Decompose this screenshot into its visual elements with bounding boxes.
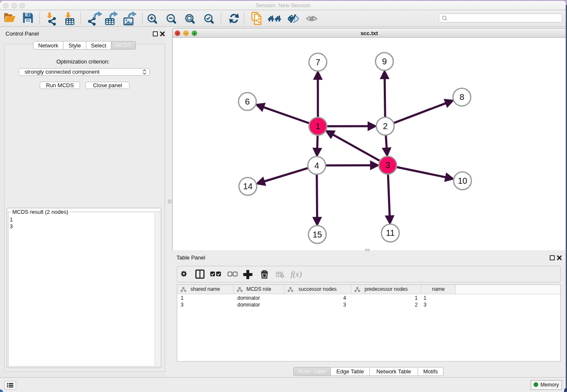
svg-text:f(x): f(x): [291, 270, 302, 279]
svg-text:8: 8: [460, 92, 464, 102]
svg-text:14: 14: [243, 182, 253, 191]
svg-text:11: 11: [386, 228, 395, 237]
svg-text:6: 6: [245, 97, 250, 106]
svg-text:1: 1: [316, 121, 320, 131]
svg-text:4: 4: [314, 161, 319, 170]
svg-text:9: 9: [382, 57, 387, 66]
svg-text:2: 2: [383, 121, 388, 131]
svg-text:7: 7: [316, 58, 320, 67]
svg-text:15: 15: [313, 230, 322, 239]
svg-text:10: 10: [458, 176, 467, 185]
svg-text:3: 3: [385, 160, 390, 170]
